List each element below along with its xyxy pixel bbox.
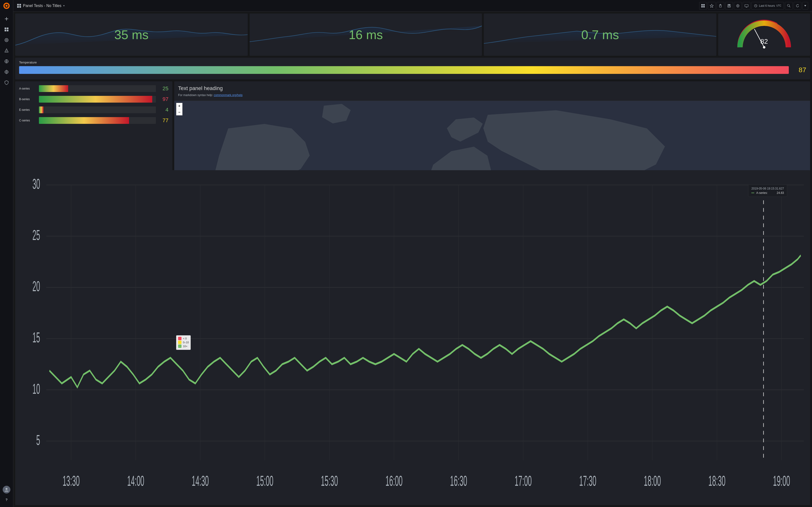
timeseries-panel: 30 25 20 15 10 5 13:30 14:00 14:30 15:00… [15, 170, 810, 505]
svg-text:82: 82 [760, 38, 768, 45]
refresh-button[interactable] [794, 2, 801, 10]
text-panel-heading: Text panel heading [178, 85, 806, 92]
svg-point-2 [6, 5, 7, 7]
temperature-bar [19, 66, 789, 74]
sidebar-item-settings[interactable] [2, 67, 11, 77]
temperature-label: Temperature [19, 61, 806, 64]
text-panel-body: For markdown syntax help: commonmark.org… [178, 94, 806, 97]
share-button[interactable] [717, 2, 724, 10]
legend-item-negative: < 0 [178, 337, 189, 340]
save-button[interactable] [725, 2, 733, 10]
topbar: Panel Tests - No Titles ▾ [13, 0, 812, 12]
text-panel: Text panel heading For markdown syntax h… [174, 81, 810, 101]
row-stats: 35 ms 16 ms [15, 13, 810, 56]
sidebar-item-shield[interactable] [2, 78, 11, 88]
dropdown-button[interactable] [802, 2, 808, 10]
svg-rect-26 [728, 6, 730, 7]
svg-rect-28 [745, 5, 748, 7]
temperature-panel: Temperature 87 [15, 58, 810, 79]
svg-rect-20 [703, 6, 705, 7]
grafana-logo[interactable] [3, 2, 10, 10]
sidebar-item-help[interactable]: ? [2, 495, 11, 505]
svg-text:17:00: 17:00 [515, 473, 532, 489]
svg-text:15:30: 15:30 [321, 473, 338, 489]
svg-point-16 [6, 488, 7, 490]
svg-point-27 [737, 5, 739, 6]
bar-gauge-label-e: E-series [19, 108, 36, 112]
title-dropdown-chevron[interactable]: ▾ [63, 4, 64, 7]
sidebar-item-global[interactable] [2, 56, 11, 66]
bar-gauge-label-b: B-series [19, 98, 36, 101]
bar-gauge-value-a: 25 [159, 86, 168, 92]
time-zone-label: UTC [776, 4, 781, 7]
bar-gauge-value-e: 4 [159, 107, 168, 113]
dashboard-title: Panel Tests - No Titles [23, 4, 61, 8]
svg-text:18:00: 18:00 [644, 473, 661, 489]
bar-gauge-value-c: 77 [159, 117, 168, 124]
legend-color-low [178, 341, 182, 344]
stat-panel-2: 16 ms [250, 13, 482, 56]
svg-text:14:30: 14:30 [192, 473, 209, 489]
svg-line-35 [789, 6, 790, 7]
avatar[interactable] [3, 486, 10, 494]
bar-gauge-row-c: C-series 77 [19, 117, 168, 124]
sidebar-item-explore[interactable] [2, 35, 11, 45]
stat-panel-3: 0.7 ms [484, 13, 716, 56]
svg-rect-7 [5, 30, 6, 32]
timeseries-chart: 30 25 20 15 10 5 13:30 14:00 14:30 15:00… [15, 172, 810, 505]
legend-label-high: 10+ [183, 345, 188, 348]
temp-bar-container: 87 [19, 66, 806, 74]
time-range-button[interactable]: Last 6 hours UTC [751, 2, 784, 10]
legend-color-high [178, 344, 182, 348]
svg-text:20: 20 [33, 279, 40, 294]
legend-color-negative [178, 337, 182, 340]
svg-rect-25 [728, 4, 730, 6]
legend-item-high: 10+ [178, 344, 189, 348]
svg-text:19:00: 19:00 [773, 473, 790, 489]
bar-gauge-row-b: B-series 97 [19, 96, 168, 103]
star-button[interactable] [708, 2, 716, 10]
tv-button[interactable] [743, 2, 750, 10]
bar-gauge-track-e [39, 107, 156, 113]
mark-button[interactable] [699, 2, 707, 10]
svg-point-34 [788, 4, 790, 6]
stat-panel-1: 35 ms [15, 13, 248, 56]
svg-point-15 [6, 71, 7, 73]
stat-value-2: 16 ms [349, 27, 383, 42]
sidebar-bottom: ? [2, 485, 11, 505]
markdown-help-link[interactable]: commonmark.org/help [214, 94, 242, 97]
svg-text:18:30: 18:30 [708, 473, 725, 489]
svg-rect-18 [703, 4, 705, 6]
stat-value-1: 35 ms [114, 27, 149, 42]
svg-point-10 [6, 39, 7, 41]
bar-gauge-row-a: A-series 25 [19, 85, 168, 92]
topbar-actions: Last 6 hours UTC [699, 2, 808, 10]
sidebar-item-add[interactable] [2, 14, 11, 24]
gauge-panel: 82 [718, 13, 810, 56]
settings-button[interactable] [734, 2, 742, 10]
svg-text:16:30: 16:30 [450, 473, 467, 489]
svg-line-33 [756, 6, 756, 6]
search-button[interactable] [785, 2, 793, 10]
bar-gauge-track-c [39, 117, 156, 124]
topbar-title-area: Panel Tests - No Titles ▾ [17, 4, 699, 8]
dashboard: 35 ms 16 ms [13, 12, 812, 507]
svg-text:10: 10 [33, 381, 40, 397]
svg-point-9 [5, 38, 8, 42]
svg-rect-6 [7, 27, 8, 29]
sidebar-item-alerting[interactable] [2, 46, 11, 56]
svg-rect-8 [7, 30, 8, 32]
svg-text:16:00: 16:00 [386, 473, 403, 489]
stat-value-3: 0.7 ms [581, 27, 619, 42]
map-zoom-in-button[interactable]: + [176, 103, 183, 109]
map-zoom-out-button[interactable]: − [176, 109, 183, 115]
svg-rect-19 [701, 6, 703, 7]
dashboard-icon [17, 4, 21, 8]
svg-text:13:30: 13:30 [63, 473, 80, 489]
bar-gauge-track-a [39, 85, 156, 92]
time-range-label: Last 6 hours [759, 4, 775, 7]
bar-gauge-value-b: 97 [159, 96, 168, 102]
sidebar-item-dashboards[interactable] [2, 24, 11, 34]
svg-text:30: 30 [33, 176, 40, 192]
bar-gauge-row-e: E-series 4 [19, 107, 168, 113]
